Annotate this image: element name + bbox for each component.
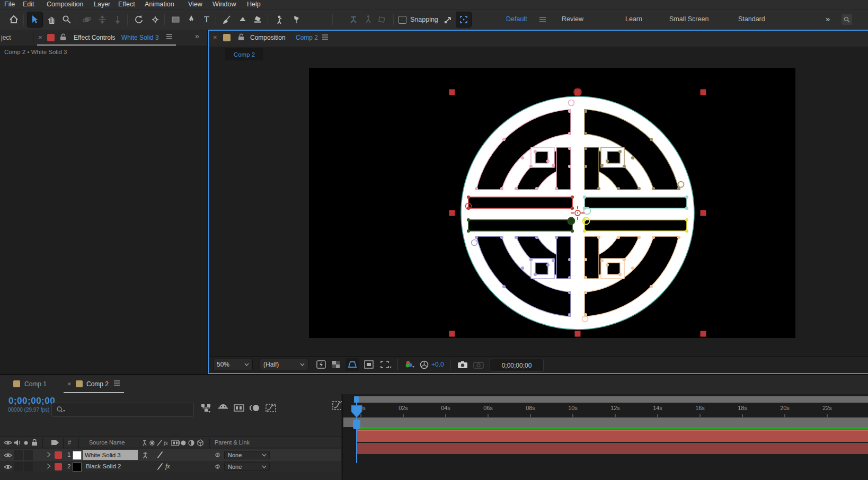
timeline-tab-comp1[interactable]: Comp 1 (24, 380, 47, 388)
composition-comp-name[interactable]: Comp 2 (296, 34, 318, 41)
home-button[interactable] (6, 12, 21, 27)
workspace-tab-small-screen[interactable]: Small Screen (669, 15, 708, 23)
pickwhip-icon[interactable] (214, 451, 222, 459)
dolly-camera-tool-disabled[interactable] (110, 12, 125, 27)
pan-camera-tool-disabled[interactable] (95, 12, 110, 27)
pen-tool[interactable] (184, 12, 199, 27)
layer-1-duration-bar[interactable] (357, 430, 868, 442)
clone-stamp-tool[interactable] (235, 12, 250, 27)
lock-icon[interactable] (60, 33, 67, 41)
comp-label-chip[interactable] (223, 34, 231, 41)
panel-menu-icon[interactable] (322, 34, 329, 40)
snap-options-button[interactable] (442, 12, 455, 27)
magnification-dropdown[interactable]: 50% (213, 359, 253, 370)
search-workspace-icon[interactable] (842, 14, 852, 25)
eye-column-icon[interactable] (4, 439, 12, 446)
transparency-grid-icon[interactable] (330, 359, 342, 370)
effect-controls-target-layer[interactable]: White Solid 3 (121, 34, 159, 41)
selection-tool[interactable] (28, 12, 42, 27)
source-name-column-header[interactable]: Source Name (89, 439, 125, 446)
project-panel-tab[interactable]: ject (1, 34, 11, 41)
show-snapshot-icon-disabled[interactable] (472, 359, 485, 370)
layer-row-1[interactable]: 1 White Solid 3 None (0, 449, 341, 461)
playhead-marker[interactable] (351, 405, 362, 419)
menu-item-effect[interactable]: Effect (118, 1, 135, 8)
text-tool[interactable]: T (199, 12, 214, 27)
region-of-interest-icon[interactable] (362, 359, 375, 370)
exposure-shutter-icon[interactable] (419, 359, 429, 370)
quality-switch-icon[interactable] (157, 451, 163, 459)
menu-item-view[interactable]: View (188, 1, 202, 8)
effect-controls-tab-title[interactable]: Effect Controls (74, 34, 115, 41)
current-time-display[interactable]: 0;00;00;00 (8, 396, 55, 406)
search-field[interactable] (51, 403, 194, 417)
graph-editor-icon[interactable] (264, 402, 278, 414)
hide-shy-layers-icon[interactable] (216, 402, 230, 414)
frame-blending-icon[interactable] (232, 402, 246, 414)
panel-menu-icon[interactable] (166, 33, 173, 40)
viewer-tab-comp2[interactable]: Comp 2 (225, 48, 263, 60)
layer-2-duration-bar[interactable] (357, 443, 868, 454)
zoom-tool[interactable] (59, 12, 74, 27)
lock-icon[interactable] (238, 33, 245, 41)
puppet-starch-pin-disabled[interactable] (361, 12, 376, 27)
rectangle-tool[interactable] (169, 12, 183, 27)
layer-name-selected[interactable]: White Solid 3 (83, 450, 138, 460)
exposure-value[interactable]: +0.0 (431, 361, 444, 368)
mask-bar-lower-left[interactable] (467, 218, 575, 233)
menu-item-layer[interactable]: Layer (94, 1, 110, 8)
parent-dropdown[interactable]: None (224, 463, 270, 471)
workspace-menu-icon[interactable] (538, 15, 547, 24)
timeline-tab-comp2[interactable]: Comp 2 (86, 380, 109, 388)
channel-rgb-icon[interactable] (403, 359, 417, 370)
menu-item-animation[interactable]: Animation (145, 1, 174, 8)
puppet-position-pin-disabled[interactable] (346, 12, 361, 27)
menu-item-composition[interactable]: Composition (47, 1, 83, 8)
panel-menu-icon[interactable] (113, 380, 120, 386)
menu-item-help[interactable]: Help (247, 1, 261, 8)
layer-row-2[interactable]: 2 Black Solid 2 fx None (0, 461, 341, 473)
brush-tool[interactable] (219, 12, 234, 27)
mask-bar-upper-left[interactable] (466, 195, 574, 210)
menu-item-edit[interactable]: Edit (23, 1, 34, 8)
number-column-header[interactable]: # (68, 439, 71, 446)
composition-canvas[interactable] (309, 68, 795, 338)
solo-column-icon[interactable] (24, 441, 28, 445)
menu-item-file[interactable]: File (4, 1, 15, 8)
panel-label-chip[interactable] (47, 34, 55, 41)
pickwhip-icon[interactable] (214, 463, 222, 470)
orbit-camera-tool-disabled[interactable] (79, 12, 94, 27)
tab-overflow-chevrons[interactable]: » (195, 32, 198, 40)
fast-previews-icon[interactable] (315, 359, 327, 370)
workspace-overflow-chevrons[interactable]: » (826, 14, 829, 23)
quality-switch-icon[interactable] (157, 463, 163, 470)
hand-tool[interactable] (45, 12, 59, 27)
workspace-tab-default[interactable]: Default (506, 15, 527, 23)
resolution-dropdown[interactable]: (Half) (260, 359, 308, 370)
pan-behind-tool[interactable] (148, 12, 163, 27)
lock-column-icon[interactable] (31, 439, 38, 446)
comp-mini-flowchart-icon[interactable] (199, 402, 213, 414)
roto-brush-tool[interactable] (272, 12, 287, 27)
snapshot-camera-icon[interactable] (456, 359, 470, 370)
mask-bar-lower-right[interactable] (583, 218, 689, 233)
preview-time-display[interactable]: 0;00;00;00 (490, 359, 544, 372)
close-icon[interactable]: × (38, 33, 42, 41)
audio-column-icon[interactable] (14, 439, 21, 446)
switches-columns-icons[interactable]: fx (142, 439, 205, 447)
close-icon[interactable]: × (67, 380, 72, 388)
expand-chevron-icon[interactable] (47, 451, 51, 458)
workspace-tab-standard[interactable]: Standard (738, 15, 765, 23)
region-of-interest-button[interactable] (456, 12, 471, 27)
layer-name[interactable]: Black Solid 2 (86, 463, 121, 469)
layer-label-chip[interactable] (55, 451, 62, 459)
puppet-pin-tool[interactable] (289, 12, 304, 27)
snapping-checkbox[interactable] (398, 16, 406, 24)
visibility-eye-icon[interactable] (4, 464, 12, 470)
parent-dropdown[interactable]: None (224, 451, 270, 459)
mask-visibility-toggle-active[interactable] (346, 358, 359, 371)
rotation-tool[interactable] (131, 12, 146, 27)
parent-link-column-header[interactable]: Parent & Link (215, 439, 250, 446)
eraser-tool[interactable] (251, 12, 265, 27)
close-icon[interactable]: × (213, 33, 217, 41)
